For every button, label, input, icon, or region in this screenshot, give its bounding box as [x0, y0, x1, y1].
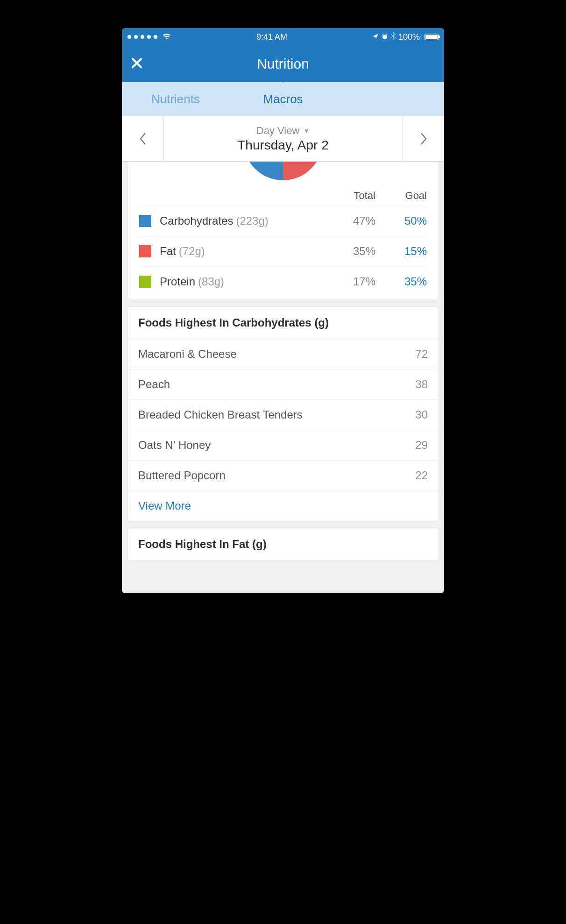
food-value: 30	[415, 408, 428, 421]
macros-pie-chart	[128, 162, 438, 185]
view-mode-label: Day View	[256, 125, 300, 137]
macro-row-fat[interactable]: Fat (72g) 35% 15%	[139, 236, 427, 266]
pie-icon	[243, 162, 323, 180]
battery-percent: 100%	[398, 32, 420, 42]
food-name: Breaded Chicken Breast Tenders	[138, 408, 303, 421]
macro-total: 35%	[319, 245, 375, 258]
alarm-icon	[382, 32, 388, 42]
macro-total: 17%	[319, 275, 375, 288]
status-signal	[127, 32, 171, 42]
status-bar: 9:41 AM 100%	[122, 28, 444, 46]
swatch-icon	[139, 276, 151, 288]
status-time: 9:41 AM	[256, 32, 287, 42]
food-name: Macaroni & Cheese	[138, 348, 237, 361]
macro-qty: (72g)	[179, 245, 205, 258]
macro-total: 47%	[319, 214, 375, 227]
swatch-icon	[139, 215, 151, 227]
tabs: Nutrients Macros	[122, 82, 444, 116]
chevron-down-icon: ▼	[303, 127, 310, 135]
macro-name: Fat	[160, 245, 176, 258]
macro-goal: 15%	[375, 245, 427, 258]
food-row[interactable]: Peach 38	[128, 369, 438, 399]
section-title: Foods Highest In Carbohydrates (g)	[128, 307, 438, 339]
food-value: 29	[415, 439, 428, 452]
tab-nutrients[interactable]: Nutrients	[122, 82, 229, 116]
tab-indicator-icon	[277, 76, 289, 83]
food-name: Oats N' Honey	[138, 439, 211, 452]
section-title: Foods Highest In Fat (g)	[128, 528, 438, 561]
foods-fat-card: Foods Highest In Fat (g)	[127, 528, 439, 561]
view-mode-selector[interactable]: Day View ▼	[256, 125, 310, 137]
next-day-button[interactable]	[402, 116, 444, 161]
macro-goal: 50%	[375, 214, 427, 227]
food-value: 72	[415, 348, 428, 361]
svg-point-0	[382, 35, 387, 39]
food-row[interactable]: Buttered Popcorn 22	[128, 460, 438, 490]
macro-name: Carbohydrates	[160, 214, 233, 227]
tab-empty	[337, 82, 444, 116]
swatch-icon	[139, 245, 151, 257]
macro-row-protein[interactable]: Protein (83g) 17% 35%	[139, 266, 427, 297]
food-value: 38	[415, 378, 428, 391]
location-icon	[372, 32, 379, 42]
food-row[interactable]: Macaroni & Cheese 72	[128, 339, 438, 369]
column-total: Total	[319, 190, 375, 202]
foods-carbs-card: Foods Highest In Carbohydrates (g) Macar…	[127, 306, 439, 521]
food-row[interactable]: Oats N' Honey 29	[128, 430, 438, 460]
macro-name: Protein	[160, 275, 195, 288]
food-value: 22	[415, 469, 428, 482]
food-name: Buttered Popcorn	[138, 469, 226, 482]
page-title: Nutrition	[257, 56, 309, 72]
current-date: Thursday, Apr 2	[237, 138, 329, 153]
food-name: Peach	[138, 378, 170, 391]
close-button[interactable]	[131, 57, 142, 71]
view-more-button[interactable]: View More	[128, 490, 438, 521]
battery-icon	[424, 34, 439, 40]
food-row[interactable]: Breaded Chicken Breast Tenders 30	[128, 399, 438, 430]
macros-card: Total Goal Carbohydrates (223g) 47% 50% …	[127, 162, 439, 300]
macro-qty: (83g)	[198, 275, 224, 288]
macro-goal: 35%	[375, 275, 427, 288]
date-navigator: Day View ▼ Thursday, Apr 2	[122, 116, 444, 162]
nav-bar: Nutrition	[122, 46, 444, 82]
macro-qty: (223g)	[236, 214, 268, 227]
tab-macros[interactable]: Macros	[229, 82, 337, 116]
bluetooth-icon	[391, 32, 396, 42]
macro-row-carbs[interactable]: Carbohydrates (223g) 47% 50%	[139, 206, 427, 236]
wifi-icon	[162, 32, 171, 42]
previous-day-button[interactable]	[122, 116, 164, 161]
column-goal: Goal	[375, 190, 427, 202]
